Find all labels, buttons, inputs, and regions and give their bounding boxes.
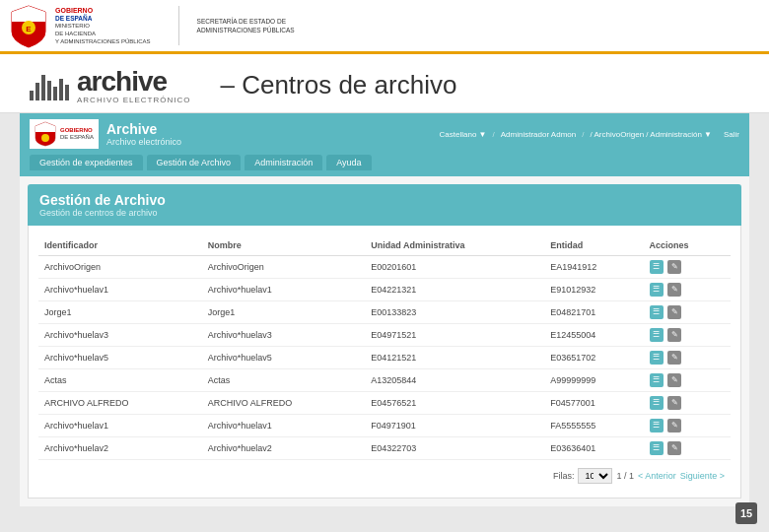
cell-unidad: E04221321 bbox=[365, 279, 544, 301]
nav-item-0[interactable]: Gestión de expedientes bbox=[30, 155, 143, 170]
cell-id: Archivo*huelav5 bbox=[38, 347, 202, 369]
cell-id: Archivo*huelav2 bbox=[38, 437, 202, 460]
table-head: Identificador Nombre Unidad Administrati… bbox=[38, 235, 731, 256]
view-icon[interactable]: ☰ bbox=[650, 305, 664, 319]
prev-button[interactable]: < Anterior bbox=[638, 471, 676, 481]
cell-unidad: F04971901 bbox=[365, 415, 544, 437]
cell-entidad: E12455004 bbox=[544, 324, 643, 347]
rows-select[interactable]: 10 20 50 bbox=[578, 468, 612, 484]
cell-unidad: A13205844 bbox=[365, 369, 544, 392]
app-title: Archive bbox=[106, 121, 181, 137]
cell-unidad: E00133823 bbox=[365, 301, 544, 324]
cell-entidad: F04577001 bbox=[544, 392, 643, 415]
table-header-row: Identificador Nombre Unidad Administrati… bbox=[38, 235, 731, 256]
cell-id: Archivo*huelav3 bbox=[38, 324, 202, 347]
col-unidad: Unidad Administrativa bbox=[365, 235, 544, 256]
app-header-right: Castellano ▼ / Administrador Admon / / A… bbox=[440, 130, 739, 139]
exit-link[interactable]: Salir bbox=[724, 130, 739, 139]
edit-icon[interactable]: ✎ bbox=[667, 351, 681, 365]
app-header-left: GOBIERNO DE ESPAÑA Archive Archivo elect… bbox=[30, 119, 181, 149]
table-row: Archivo*huelav5 Archivo*huelav5 E0412152… bbox=[38, 347, 731, 369]
cell-entidad: EA1941912 bbox=[544, 256, 643, 279]
table-row: Actas Actas A13205844 A99999999 ☰ ✎ bbox=[38, 369, 731, 392]
cell-actions: ☰ ✎ bbox=[644, 301, 731, 324]
cell-id: ARCHIVO ALFREDO bbox=[38, 392, 202, 415]
cell-entidad: A99999999 bbox=[544, 369, 643, 392]
view-icon[interactable]: ☰ bbox=[650, 328, 664, 342]
cell-actions: ☰ ✎ bbox=[644, 415, 731, 437]
view-icon[interactable]: ☰ bbox=[650, 260, 664, 274]
cell-nombre: Archivo*huelav2 bbox=[202, 437, 366, 460]
edit-icon[interactable]: ✎ bbox=[667, 441, 681, 455]
view-icon[interactable]: ☰ bbox=[650, 396, 664, 410]
archive-logo: archive ARCHIVO ELECTRÓNICO bbox=[30, 66, 190, 104]
table-row: Jorge1 Jorge1 E00133823 E04821701 ☰ ✎ bbox=[38, 301, 731, 324]
archive-name: archive bbox=[77, 66, 190, 98]
cell-nombre: Actas bbox=[202, 369, 366, 392]
section-title: Gestión de Archivo bbox=[39, 192, 730, 208]
cell-actions: ☰ ✎ bbox=[644, 279, 731, 301]
cell-entidad: E91012932 bbox=[544, 279, 643, 301]
archive-name-block: archive ARCHIVO ELECTRÓNICO bbox=[77, 66, 190, 104]
page-info: 1 / 1 bbox=[616, 471, 634, 481]
edit-icon[interactable]: ✎ bbox=[667, 396, 681, 410]
col-id: Identificador bbox=[38, 235, 202, 256]
svg-point-2 bbox=[41, 134, 49, 142]
cell-nombre: Archivo*huelav3 bbox=[202, 324, 366, 347]
cell-id: Archivo*huelav1 bbox=[38, 415, 202, 437]
nav-item-1[interactable]: Gestión de Archivo bbox=[147, 155, 242, 170]
pagination: Filas: 10 20 50 1 / 1 < Anterior Siguien… bbox=[38, 460, 731, 488]
view-icon[interactable]: ☰ bbox=[650, 351, 664, 365]
page-wrapper: E GOBIERNO DE ESPAÑA MINISTERIO DE HACIE… bbox=[0, 0, 769, 532]
gov-secretary-text: SECRETARÍA DE ESTADO DE ADMINISTRACIONES… bbox=[197, 17, 295, 34]
edit-icon[interactable]: ✎ bbox=[667, 283, 681, 297]
cell-nombre: Archivo*huelav1 bbox=[202, 415, 366, 437]
view-icon[interactable]: ☰ bbox=[650, 373, 664, 387]
gov-divider bbox=[178, 6, 179, 45]
next-button[interactable]: Siguiente > bbox=[680, 471, 725, 481]
edit-icon[interactable]: ✎ bbox=[667, 419, 681, 432]
page-title: – Centros de archivo bbox=[220, 70, 456, 100]
table-row: ArchivoOrigen ArchivoOrigen E00201601 EA… bbox=[38, 256, 731, 279]
cell-nombre: Jorge1 bbox=[202, 301, 366, 324]
table-row: Archivo*huelav1 Archivo*huelav1 E0422132… bbox=[38, 279, 731, 301]
edit-icon[interactable]: ✎ bbox=[667, 305, 681, 319]
edit-icon[interactable]: ✎ bbox=[667, 328, 681, 342]
path-link[interactable]: / ArchivoOrigen / Administración ▼ bbox=[590, 130, 712, 139]
archive-subtitle: ARCHIVO ELECTRÓNICO bbox=[77, 96, 190, 104]
cell-entidad: E03651702 bbox=[544, 347, 643, 369]
cell-actions: ☰ ✎ bbox=[644, 369, 731, 392]
app-nav: Gestión de expedientesGestión de Archivo… bbox=[20, 155, 749, 176]
table-body: ArchivoOrigen ArchivoOrigen E00201601 EA… bbox=[38, 256, 731, 460]
nav-item-2[interactable]: Administración bbox=[245, 155, 322, 170]
nav-item-3[interactable]: Ayuda bbox=[326, 155, 371, 170]
app-title-block: Archive Archivo electrónico bbox=[106, 121, 181, 147]
user-link[interactable]: Administrador Admon bbox=[501, 130, 576, 139]
cell-entidad: E04821701 bbox=[544, 301, 643, 324]
cell-entidad: E03636401 bbox=[544, 437, 643, 460]
cell-unidad: E04121521 bbox=[365, 347, 544, 369]
edit-icon[interactable]: ✎ bbox=[667, 260, 681, 274]
table-row: Archivo*huelav3 Archivo*huelav3 E0497152… bbox=[38, 324, 731, 347]
cell-actions: ☰ ✎ bbox=[644, 392, 731, 415]
cell-unidad: E04322703 bbox=[365, 437, 544, 460]
rows-label: Filas: bbox=[553, 471, 575, 481]
cell-unidad: E04576521 bbox=[365, 392, 544, 415]
cell-unidad: E04971521 bbox=[365, 324, 544, 347]
view-icon[interactable]: ☰ bbox=[650, 419, 664, 432]
table-container: Identificador Nombre Unidad Administrati… bbox=[28, 226, 741, 499]
lang-selector[interactable]: Castellano ▼ bbox=[440, 130, 487, 139]
archive-table: Identificador Nombre Unidad Administrati… bbox=[38, 235, 731, 460]
cell-id: Jorge1 bbox=[38, 301, 202, 324]
gov-text: GOBIERNO DE ESPAÑA MINISTERIO DE HACIEND… bbox=[55, 6, 151, 46]
view-icon[interactable]: ☰ bbox=[650, 283, 664, 297]
edit-icon[interactable]: ✎ bbox=[667, 373, 681, 387]
app-logo-text: GOBIERNO DE ESPAÑA bbox=[60, 127, 94, 141]
app-header: GOBIERNO DE ESPAÑA Archive Archivo elect… bbox=[20, 113, 749, 155]
cell-nombre: ARCHIVO ALFREDO bbox=[202, 392, 366, 415]
cell-id: Archivo*huelav1 bbox=[38, 279, 202, 301]
view-icon[interactable]: ☰ bbox=[650, 441, 664, 455]
content-area: Gestión de Archivo Gestión de centros de… bbox=[20, 176, 749, 506]
cell-nombre: Archivo*huelav1 bbox=[202, 279, 366, 301]
app-shield-icon bbox=[35, 121, 56, 147]
